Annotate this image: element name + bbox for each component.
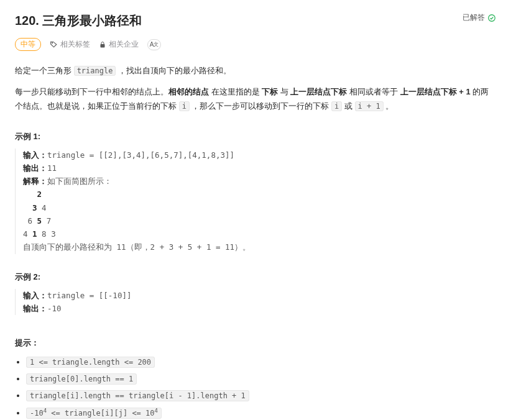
code-inline: i	[179, 101, 190, 111]
solved-status: 已解答	[463, 12, 496, 23]
lock-icon	[99, 41, 106, 48]
check-circle-icon	[487, 14, 496, 22]
constraint-item: triangle[i].length == triangle[i - 1].le…	[26, 391, 496, 400]
solved-label: 已解答	[463, 12, 485, 23]
related-tags-label: 相关标签	[60, 39, 90, 50]
related-tags-button[interactable]: 相关标签	[50, 39, 90, 50]
code-inline: i	[331, 101, 342, 111]
constraint-item: 1 <= triangle.length <= 200	[26, 357, 496, 367]
code-inline: triangle	[74, 66, 116, 76]
example-2-block: 输入：triangle = [[-10]] 输出：-10	[15, 289, 496, 316]
related-companies-label: 相关企业	[109, 39, 139, 50]
translate-button[interactable]: A文	[147, 39, 161, 50]
meta-row: 中等 相关标签 相关企业 A文	[15, 38, 496, 51]
desc-paragraph-1: 给定一个三角形 triangle ，找出自顶向下的最小路径和。	[15, 63, 496, 78]
constraints-title: 提示：	[15, 337, 496, 349]
code-inline: i + 1	[355, 101, 384, 111]
tag-icon	[50, 40, 58, 48]
constraint-item: -104 <= triangle[i][j] <= 104	[26, 408, 496, 418]
translate-icon-text: A	[150, 41, 154, 48]
example-1-block: 输入：triangle = [[2],[3,4],[6,5,7],[4,1,8,…	[15, 148, 496, 254]
constraint-item: triangle[0].length == 1	[26, 374, 496, 383]
problem-title: 120. 三角形最小路径和	[15, 12, 142, 29]
svg-point-1	[52, 43, 53, 43]
svg-rect-2	[101, 44, 105, 48]
problem-description: 给定一个三角形 triangle ，找出自顶向下的最小路径和。 每一步只能移动到…	[15, 63, 496, 114]
example-1-title: 示例 1:	[15, 131, 496, 142]
example-2-title: 示例 2:	[15, 272, 496, 283]
related-companies-button[interactable]: 相关企业	[99, 39, 139, 50]
constraints-list: 1 <= triangle.length <= 200 triangle[0].…	[15, 357, 496, 418]
difficulty-badge: 中等	[15, 38, 41, 51]
desc-paragraph-2: 每一步只能移动到下一行中相邻的结点上。相邻的结点 在这里指的是 下标 与 上一层…	[15, 84, 496, 114]
